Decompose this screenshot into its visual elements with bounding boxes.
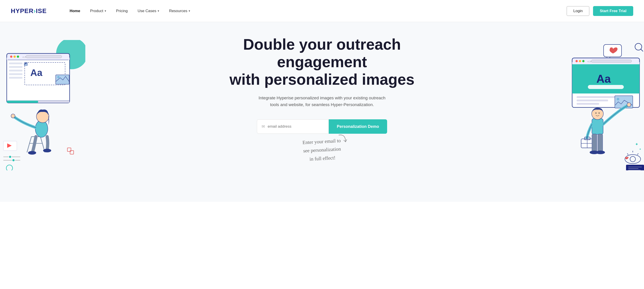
svg-rect-61 xyxy=(592,119,603,134)
svg-rect-10 xyxy=(9,66,22,68)
svg-rect-52 xyxy=(591,60,632,63)
nav-item-pricing[interactable]: Pricing xyxy=(111,0,133,22)
svg-rect-11 xyxy=(9,70,22,72)
svg-point-74 xyxy=(625,155,641,164)
chevron-down-icon: ▾ xyxy=(105,9,106,13)
svg-rect-39 xyxy=(67,148,71,151)
svg-point-34 xyxy=(9,156,12,158)
hero-section: < /> Aa xyxy=(0,22,644,202)
svg-rect-81 xyxy=(626,165,644,170)
nav-item-use-cases[interactable]: Use Cases ▾ xyxy=(133,0,164,22)
svg-rect-57 xyxy=(577,100,608,101)
svg-text:Aa: Aa xyxy=(596,73,611,85)
svg-rect-8 xyxy=(26,55,62,58)
right-illustration: < /> Aa xyxy=(559,40,644,170)
svg-point-50 xyxy=(582,60,584,62)
svg-rect-70 xyxy=(592,134,597,152)
svg-rect-55 xyxy=(588,85,624,89)
hero-title: Double your outreach engagement with per… xyxy=(221,36,423,88)
demo-button[interactable]: Personalization Demo xyxy=(329,119,387,134)
nav-actions: Login Start Free Trial xyxy=(566,6,633,16)
start-trial-button[interactable]: Start Free Trial xyxy=(593,6,633,16)
svg-point-36 xyxy=(12,159,15,162)
navbar: HYPER›ISE Home Product ▾ Pricing Use Cas… xyxy=(0,0,644,22)
svg-point-73 xyxy=(596,151,605,154)
svg-line-77 xyxy=(637,153,638,155)
logo-text: HYPER›ISE xyxy=(11,8,47,15)
email-input-wrapper: ✉ xyxy=(257,119,329,134)
svg-rect-13 xyxy=(9,77,22,79)
handwriting-note: Enter your email to see personalization … xyxy=(303,137,341,160)
left-illustration: < /> Aa xyxy=(0,40,85,170)
email-icon: ✉ xyxy=(262,124,265,129)
svg-point-15 xyxy=(25,63,26,64)
svg-point-48 xyxy=(576,60,578,62)
svg-point-75 xyxy=(630,156,636,162)
svg-rect-12 xyxy=(9,73,22,75)
svg-point-26 xyxy=(35,120,48,137)
hero-subtitle: Integrate Hyperise personalized images w… xyxy=(255,95,389,108)
nav-item-home[interactable]: Home xyxy=(65,0,85,22)
svg-point-19 xyxy=(57,76,60,78)
nav-item-product[interactable]: Product ▾ xyxy=(85,0,111,22)
svg-point-60 xyxy=(616,98,619,100)
svg-line-44 xyxy=(641,49,643,51)
svg-point-6 xyxy=(17,56,19,58)
email-form-container: ✉ Personalization Demo Enter your email … xyxy=(257,119,387,160)
svg-point-64 xyxy=(599,113,600,114)
chevron-down-icon: ▾ xyxy=(158,9,159,13)
arrow-icon xyxy=(336,133,348,146)
chevron-down-icon: ▾ xyxy=(188,9,190,13)
svg-point-63 xyxy=(596,113,596,114)
svg-point-28 xyxy=(11,114,15,118)
svg-text:✦: ✦ xyxy=(639,148,641,151)
svg-point-4 xyxy=(10,56,12,58)
nav-links: Home Product ▾ Pricing Use Cases ▾ Resou… xyxy=(65,0,566,22)
svg-rect-40 xyxy=(70,151,74,154)
svg-line-78 xyxy=(627,153,628,155)
svg-rect-9 xyxy=(9,63,22,64)
svg-rect-21 xyxy=(7,101,38,103)
logo[interactable]: HYPER›ISE xyxy=(11,8,47,15)
hero-form: ✉ Personalization Demo xyxy=(257,119,387,134)
svg-point-49 xyxy=(579,60,581,62)
svg-point-30 xyxy=(43,149,51,152)
login-button[interactable]: Login xyxy=(566,6,590,16)
svg-text:Aa: Aa xyxy=(30,67,42,78)
email-input[interactable] xyxy=(268,124,324,129)
nav-item-resources[interactable]: Resources ▾ xyxy=(164,0,195,22)
svg-rect-56 xyxy=(577,96,617,98)
svg-line-22 xyxy=(27,137,32,152)
svg-rect-58 xyxy=(577,103,599,105)
svg-point-29 xyxy=(28,151,36,155)
svg-rect-71 xyxy=(598,134,603,152)
svg-text:< />: < /> xyxy=(588,60,592,63)
svg-point-5 xyxy=(14,56,16,58)
svg-text:✦: ✦ xyxy=(635,142,638,147)
svg-point-65 xyxy=(627,103,631,107)
svg-point-37 xyxy=(6,165,12,170)
